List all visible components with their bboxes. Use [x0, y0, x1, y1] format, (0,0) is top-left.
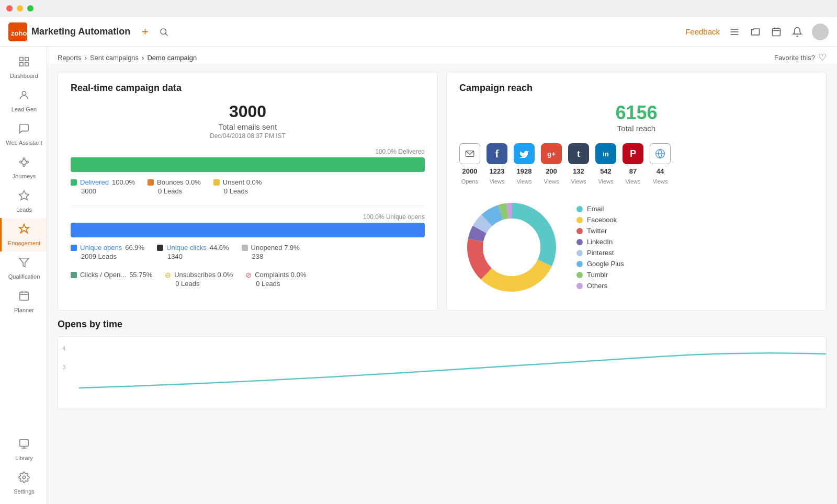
y-label-3: 3: [62, 364, 65, 370]
pinterest-icon-box: P: [623, 143, 643, 164]
legend-googleplus: Google Plus: [576, 260, 624, 268]
tumblr-icon-box: t: [568, 143, 589, 164]
legend-tumblr: Tumblr: [576, 271, 624, 279]
settings-icon: [18, 472, 30, 486]
journeys-icon: [18, 156, 30, 171]
total-emails-number: 3000: [71, 102, 425, 121]
svg-line-22: [25, 163, 27, 165]
svg-point-19: [23, 165, 25, 167]
app-title: Marketing Automation: [31, 26, 130, 37]
calendar-icon[interactable]: [770, 26, 783, 38]
topbar-actions: +: [139, 26, 170, 38]
sidebar: Dashboard Lead Gen Web Assistant: [0, 47, 47, 504]
chrome-close[interactable]: [6, 5, 13, 12]
delivered-stat: Delivered 100.0% 3000: [71, 178, 135, 195]
donut-legend: Email Facebook Twitter LinkedIn: [576, 205, 624, 290]
add-button[interactable]: +: [139, 26, 151, 38]
unsent-dot: [213, 179, 220, 186]
breadcrumb-sent-campaigns[interactable]: Sent campaigns: [90, 54, 139, 62]
feedback-link[interactable]: Feedback: [685, 27, 720, 36]
svg-point-18: [27, 161, 29, 163]
unopened-dot: [242, 245, 248, 251]
legend-dot-pinterest: [576, 250, 583, 256]
campaign-date: Dec/04/2018 08:37 PM IST: [71, 132, 425, 140]
unique-opens-value: 2009 Leads: [71, 253, 144, 260]
legend-label-others: Others: [587, 282, 607, 290]
avatar[interactable]: [812, 24, 829, 40]
bounces-dot: [148, 179, 154, 186]
social-tumblr: t 132 Views: [568, 143, 589, 185]
email-count: 2000: [462, 167, 478, 175]
folder-icon[interactable]: [749, 26, 762, 38]
unsent-text: Unsent 0.0%: [223, 178, 262, 186]
sidebar-item-settings[interactable]: Settings: [0, 466, 47, 500]
topbar: zoho Marketing Automation + Feedback: [0, 17, 837, 47]
unique-opens-label: Unique opens 66.9%: [71, 244, 144, 251]
svg-rect-26: [20, 292, 29, 301]
campaign-reach-panel: Campaign reach 6156 Total reach 2000: [446, 72, 827, 311]
zoho-logo: zoho: [8, 22, 27, 41]
legend-label-facebook: Facebook: [587, 216, 617, 224]
favorite-label: Favorite this?: [774, 54, 815, 62]
topbar-right: Feedback: [685, 24, 829, 40]
bounces-label: Bounces 0.0%: [148, 178, 201, 186]
sidebar-item-library[interactable]: Library: [0, 433, 47, 466]
unique-opens-stat: Unique opens 66.9% 2009 Leads: [71, 244, 144, 260]
main-layout: Dashboard Lead Gen Web Assistant: [0, 47, 837, 504]
favorite-area: Favorite this? ♡: [774, 52, 827, 63]
sidebar-label-qualification: Qualification: [8, 273, 40, 280]
unique-clicks-link[interactable]: Unique clicks: [166, 244, 207, 251]
chrome-maximize[interactable]: [27, 5, 33, 12]
svg-rect-7: [773, 28, 781, 36]
social-linkedin: in 542 Views: [595, 143, 616, 185]
tumblr-type: Views: [571, 178, 586, 185]
bell-icon[interactable]: [791, 26, 804, 38]
lead-gen-icon: [18, 89, 30, 104]
sidebar-item-web-assistant[interactable]: Web Assistant: [0, 118, 47, 151]
facebook-type: Views: [489, 178, 504, 185]
svg-point-17: [23, 158, 25, 160]
heart-icon[interactable]: ♡: [818, 52, 827, 63]
chrome-minimize[interactable]: [17, 5, 23, 12]
legend-label-pinterest: Pinterest: [587, 249, 614, 257]
breadcrumb: Reports › Sent campaigns › Demo campaign: [58, 54, 197, 62]
opens-by-time-section: Opens by time 4 3: [47, 319, 837, 420]
sidebar-item-planner[interactable]: Planner: [0, 285, 47, 318]
delivered-link[interactable]: Delivered: [80, 178, 109, 186]
social-web: 44 Views: [650, 143, 671, 185]
unique-clicks-value: 1340: [157, 253, 229, 260]
svg-rect-13: [20, 63, 23, 66]
delivered-fill: [71, 157, 425, 172]
sidebar-item-lead-gen[interactable]: Lead Gen: [0, 84, 47, 118]
delivered-progress-section: 100.0% Delivered Delivered 100.0% 3000: [71, 148, 425, 195]
logo-area: zoho Marketing Automation: [8, 22, 130, 41]
unique-opens-link[interactable]: Unique opens: [80, 244, 122, 251]
unsubscribes-icon: ⊖: [165, 271, 171, 279]
opens-chart-area: 4 3: [58, 336, 827, 409]
chart-svg: [79, 346, 826, 398]
googleplus-type: Views: [544, 178, 559, 185]
opens-by-time-title: Opens by time: [58, 319, 827, 330]
divider1: [71, 205, 425, 206]
unopened-label: Unopened 7.9%: [242, 244, 300, 251]
svg-line-23: [21, 163, 23, 165]
sidebar-item-journeys[interactable]: Journeys: [0, 151, 47, 185]
total-emails-label: Total emails sent: [71, 122, 425, 131]
reach-center: 6156 Total reach: [459, 102, 813, 133]
svg-rect-11: [20, 58, 23, 61]
email-icon-box: [459, 143, 480, 164]
sidebar-label-journeys: Journeys: [13, 173, 36, 179]
complaints-text: Complaints 0.0%: [255, 271, 306, 279]
sidebar-item-engagement[interactable]: Engagement: [0, 218, 47, 251]
sidebar-item-leads[interactable]: Leads: [0, 185, 47, 218]
window-chrome: [0, 0, 837, 17]
list-icon[interactable]: [728, 26, 741, 38]
sidebar-item-qualification[interactable]: Qualification: [0, 251, 47, 285]
legend-label-googleplus: Google Plus: [587, 260, 624, 268]
search-icon[interactable]: [157, 26, 170, 38]
breadcrumb-reports[interactable]: Reports: [58, 54, 82, 62]
sidebar-item-dashboard[interactable]: Dashboard: [0, 51, 47, 84]
y-label-4: 4: [62, 345, 65, 351]
sidebar-label-library: Library: [15, 455, 33, 461]
email-type: Opens: [461, 178, 478, 185]
